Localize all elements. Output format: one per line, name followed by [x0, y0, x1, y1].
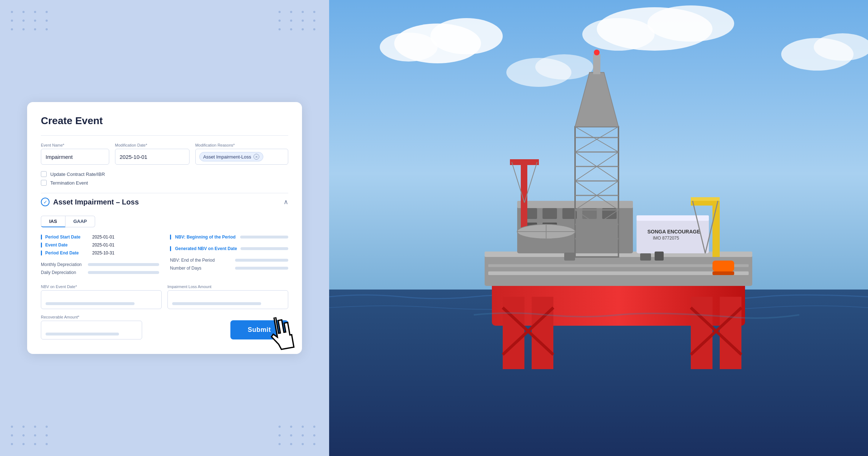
check-circle-icon: ✓	[41, 198, 50, 206]
daily-depreciation-label: Daily Depreciation	[41, 270, 84, 275]
collapse-icon[interactable]: ∧	[284, 198, 288, 206]
svg-rect-69	[488, 264, 749, 267]
generated-nbv-row: Generated NBV on Event Date	[170, 246, 288, 251]
period-end-value: 2025-10-31	[92, 250, 114, 256]
section-title-row: ✓ Asset Impairment – Loss	[41, 198, 139, 206]
nbv-end-row: NBV: End of the Period	[170, 258, 288, 263]
dots-decoration-tr	[278, 11, 318, 30]
nbv-on-event-date-label: NBV on Event Date*	[41, 284, 162, 289]
svg-rect-68	[488, 271, 749, 275]
event-name-group: Event Name* Impairment	[41, 143, 109, 165]
period-start-label: Period Start Date	[45, 235, 89, 240]
event-name-input[interactable]: Impairment	[41, 149, 109, 165]
nbv-on-event-date-input[interactable]	[41, 290, 162, 309]
recoverable-amount-label: Recoverable Amount*	[41, 315, 142, 319]
impairment-loss-input[interactable]	[167, 290, 288, 309]
nbv-beginning-label: NBV: Beginning of the Period	[175, 235, 237, 240]
svg-point-6	[582, 18, 655, 51]
rig-illustration: SONGA ENCOURAGE IMO 8772075	[329, 0, 868, 456]
modification-date-label: Modification Date*	[115, 143, 190, 147]
checkbox-termination-row: Termination Event	[41, 180, 288, 186]
period-end-row: Period End Date 2025-10-31	[41, 250, 159, 256]
dots-decoration-br	[278, 426, 318, 445]
checkbox-termination-label: Termination Event	[50, 180, 88, 186]
recoverable-amount-input[interactable]	[41, 321, 142, 339]
number-of-days-bar	[235, 267, 288, 270]
svg-rect-73	[655, 252, 664, 261]
impairment-loss-label: Impairment Loss Amount	[167, 284, 288, 289]
svg-rect-17	[691, 297, 712, 369]
svg-point-64	[594, 50, 600, 55]
number-of-days-label: Number of Days	[170, 266, 231, 271]
period-start-value: 2025-01-01	[92, 235, 114, 240]
svg-rect-18	[720, 297, 741, 369]
tabs-row: IAS GAAP	[41, 216, 288, 227]
modification-date-group: Modification Date* 2025-10-01	[115, 143, 190, 165]
left-panel: Create Event Event Name* Impairment Modi…	[0, 0, 329, 456]
tab-ias[interactable]: IAS	[41, 216, 65, 227]
nbv-end-bar	[235, 259, 288, 262]
tab-gaap[interactable]: GAAP	[65, 216, 95, 227]
modification-reasons-tag: Asset Impairment-Loss ✕	[199, 152, 263, 161]
event-date-row: Event Date 2025-01-01	[41, 242, 159, 248]
nbv-beginning-bar	[240, 236, 288, 238]
nbv-end-label: NBV: End of the Period	[170, 258, 231, 263]
recoverable-amount-bar	[46, 333, 119, 335]
modification-reasons-tag-field[interactable]: Asset Impairment-Loss ✕	[195, 149, 288, 165]
daily-depreciation-bar	[88, 271, 159, 274]
monthly-depreciation-bar	[88, 263, 159, 266]
nbv-on-event-date-bar	[46, 302, 135, 305]
svg-rect-16	[532, 297, 553, 369]
tag-close-icon[interactable]: ✕	[254, 154, 259, 160]
svg-rect-71	[712, 271, 734, 275]
nbv-beginning-row: NBV: Beginning of the Period	[170, 235, 288, 240]
event-date-value: 2025-01-01	[92, 242, 114, 248]
modification-reasons-group: Modification Reasons* Asset Impairment-L…	[195, 143, 288, 165]
asset-impairment-section-header: ✓ Asset Impairment – Loss ∧	[41, 193, 288, 210]
svg-text:SONGA ENCOURAGE: SONGA ENCOURAGE	[647, 229, 700, 235]
input-fields-row: NBV on Event Date* Impairment Loss Amoun…	[41, 284, 288, 309]
nbv-on-event-date-group: NBV on Event Date*	[41, 284, 162, 309]
svg-rect-38	[691, 197, 720, 201]
right-panel: SONGA ENCOURAGE IMO 8772075	[329, 0, 868, 456]
checkbox-update-contract-row: Update Contract Rate/IBR	[41, 171, 288, 177]
generated-nbv-label: Generated NBV on Event Date	[175, 246, 237, 251]
svg-point-5	[647, 5, 734, 42]
impairment-loss-bar	[172, 302, 261, 305]
data-section: Period Start Date 2025-01-01 Event Date …	[41, 235, 288, 278]
svg-point-10	[535, 54, 593, 80]
period-end-label: Period End Date	[45, 250, 89, 256]
checkbox-termination[interactable]	[41, 180, 47, 186]
svg-rect-74	[564, 253, 575, 261]
event-date-label: Event Date	[45, 242, 89, 248]
period-start-row: Period Start Date 2025-01-01	[41, 235, 159, 240]
submit-area: Submit	[148, 320, 288, 339]
recoverable-amount-group: Recoverable Amount*	[41, 315, 142, 339]
svg-text:IMO 8772075: IMO 8772075	[653, 236, 679, 241]
svg-rect-70	[712, 261, 734, 271]
daily-depreciation-row: Daily Depreciation	[41, 270, 159, 275]
svg-rect-15	[503, 297, 524, 369]
monthly-depreciation-label: Monthly Depreciation	[41, 262, 84, 267]
bottom-row: Recoverable Amount* Submit	[41, 315, 288, 339]
svg-rect-26	[542, 208, 557, 219]
tag-text: Asset Impairment-Loss	[203, 154, 251, 160]
left-data-col: Period Start Date 2025-01-01 Event Date …	[41, 235, 159, 278]
svg-rect-13	[485, 253, 752, 286]
submit-button[interactable]: Submit	[230, 320, 288, 339]
generated-nbv-bar	[241, 247, 288, 250]
top-fields-row: Event Name* Impairment Modification Date…	[41, 143, 288, 165]
checkbox-update-contract[interactable]	[41, 171, 47, 177]
modification-date-input[interactable]: 2025-10-01	[115, 149, 190, 165]
form-card: Create Event Event Name* Impairment Modi…	[27, 102, 302, 354]
dots-decoration-tl	[11, 11, 51, 30]
svg-point-3	[380, 33, 438, 62]
event-name-label: Event Name*	[41, 143, 109, 147]
checkboxes-section: Update Contract Rate/IBR Termination Eve…	[41, 171, 288, 186]
monthly-depreciation-row: Monthly Depreciation	[41, 262, 159, 267]
impairment-loss-group: Impairment Loss Amount	[167, 284, 288, 309]
svg-rect-72	[640, 253, 651, 261]
page-title: Create Event	[41, 115, 288, 127]
nbv-data-col: NBV: Beginning of the Period Generated N…	[170, 235, 288, 278]
modification-reasons-label: Modification Reasons*	[195, 143, 288, 147]
